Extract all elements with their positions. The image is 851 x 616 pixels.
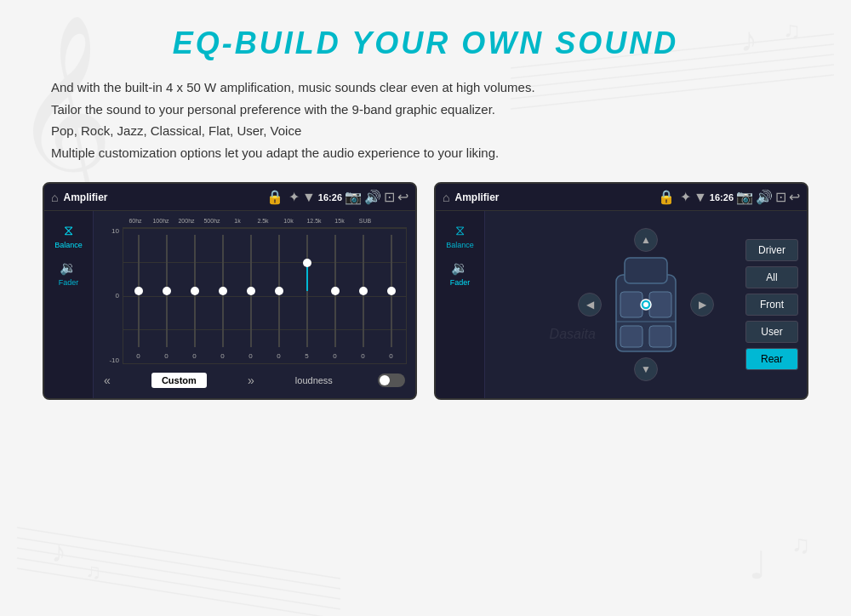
eq-slider-col[interactable]: 0 bbox=[157, 231, 176, 360]
slider-knob bbox=[191, 287, 199, 295]
slider-value-label: 0 bbox=[389, 352, 392, 360]
all-button[interactable]: All bbox=[745, 266, 798, 288]
slider-knob bbox=[134, 287, 143, 295]
svg-point-24 bbox=[643, 302, 648, 307]
expand-icon-spk: ⊡ bbox=[775, 189, 786, 205]
slider-knob bbox=[387, 287, 396, 295]
description-block: And with the built-in 4 x 50 W amplifica… bbox=[0, 77, 851, 163]
slider-knob bbox=[219, 287, 227, 295]
slider-track bbox=[363, 235, 364, 347]
spk-sidebar: ⧖ Balance 🔉 Fader bbox=[436, 211, 485, 398]
speaker-buttons-panel: Driver All Front User Rear bbox=[745, 239, 798, 370]
svg-text:♪: ♪ bbox=[51, 534, 66, 568]
eq-icon-item[interactable]: ⧖ Balance bbox=[51, 220, 86, 253]
slider-track bbox=[391, 235, 392, 347]
slider-knob bbox=[359, 287, 368, 295]
svg-text:♫: ♫ bbox=[791, 530, 811, 558]
eq-sidebar: ⧖ Balance 🔉 Fader bbox=[44, 211, 94, 398]
nav-left-arrow[interactable]: ◀ bbox=[578, 293, 602, 317]
eq-slider-col[interactable]: 0 bbox=[129, 231, 148, 360]
fader-icon-item[interactable]: 🔉 Fader bbox=[55, 256, 83, 290]
svg-line-9 bbox=[17, 548, 340, 599]
freq-label: 100hz bbox=[149, 218, 173, 224]
next-preset-icon[interactable]: » bbox=[248, 374, 254, 387]
spk-eq-icon-item[interactable]: ⧖ Balance bbox=[443, 220, 477, 253]
page-title: EQ-BUILD YOUR OWN SOUND bbox=[0, 0, 851, 61]
freq-label: 60hz bbox=[123, 218, 147, 224]
bluetooth-icon: ✦ bbox=[288, 189, 300, 205]
freq-label: 200hz bbox=[174, 218, 198, 224]
time-spk: 16:26 bbox=[710, 192, 734, 202]
slider-track bbox=[334, 235, 336, 347]
spk-balance-label: Balance bbox=[446, 241, 474, 249]
expand-icon: ⊡ bbox=[384, 189, 395, 205]
volume-small-icon: 🔉 bbox=[60, 260, 77, 276]
eq-slider-col[interactable]: 0 bbox=[242, 231, 260, 360]
preset-button[interactable]: Custom bbox=[151, 373, 207, 388]
main-heading: EQ-BUILD YOUR OWN SOUND bbox=[0, 26, 851, 61]
freq-label: 1k bbox=[226, 218, 249, 224]
eq-slider-col[interactable]: 0 bbox=[354, 231, 373, 360]
home-icon[interactable]: ⌂ bbox=[51, 191, 58, 204]
eq-bottom-bar: « Custom » loudness bbox=[102, 369, 407, 391]
user-button[interactable]: User bbox=[745, 321, 798, 343]
front-button[interactable]: Front bbox=[745, 294, 798, 316]
wifi-icon-spk: ▼ bbox=[694, 190, 707, 205]
toggle-knob bbox=[380, 375, 390, 385]
slider-knob bbox=[163, 287, 171, 295]
eq-slider-col[interactable]: 5 bbox=[298, 231, 317, 360]
slider-track bbox=[222, 235, 224, 347]
slider-value-label: 0 bbox=[277, 352, 280, 360]
slider-knob bbox=[303, 259, 311, 267]
spk-vol-icon: 🔉 bbox=[451, 260, 468, 276]
freq-label: 2.5k bbox=[251, 218, 275, 224]
eq-slider-col[interactable]: 0 bbox=[186, 231, 204, 360]
slider-value-label: 0 bbox=[220, 352, 224, 360]
slider-track bbox=[306, 235, 308, 347]
freq-label: 500hz bbox=[200, 218, 224, 224]
slider-track bbox=[194, 235, 196, 347]
car-svg bbox=[608, 249, 684, 360]
svg-line-11 bbox=[17, 568, 340, 616]
slider-value-label: 0 bbox=[333, 352, 336, 360]
eq-slider-col[interactable]: 0 bbox=[270, 231, 288, 360]
fader-label: Fader bbox=[59, 278, 79, 287]
svg-rect-19 bbox=[620, 292, 643, 317]
eq-slider-col[interactable]: 0 bbox=[382, 231, 401, 360]
back-icon[interactable]: ↩ bbox=[397, 189, 408, 205]
volume-icon: 🔊 bbox=[364, 189, 381, 205]
equalizer-icon: ⧖ bbox=[64, 223, 73, 238]
eq-screen: ⌂ Amplifier 🔒 ✦ ▼ 16:26 📷 🔊 ⊡ ↩ ⧖ Balanc… bbox=[43, 182, 417, 400]
svg-rect-21 bbox=[620, 326, 643, 347]
loudness-toggle[interactable] bbox=[378, 374, 405, 387]
volume-icon-spk: 🔊 bbox=[756, 189, 773, 205]
eq-slider-col[interactable]: 0 bbox=[326, 231, 345, 360]
eq-slider-col[interactable]: 0 bbox=[214, 231, 232, 360]
bluetooth-icon-spk: ✦ bbox=[680, 189, 691, 205]
loudness-label: loudness bbox=[295, 375, 333, 385]
eq-screen-body: ⧖ Balance 🔉 Fader 60hz100hz200hz500hz1k2… bbox=[44, 211, 415, 398]
spk-fader-icon-item[interactable]: 🔉 Fader bbox=[447, 256, 474, 290]
desc-line3: Pop, Rock, Jazz, Classical, Flat, User, … bbox=[51, 120, 800, 142]
rear-button[interactable]: Rear bbox=[745, 348, 798, 370]
slider-value-label: 0 bbox=[361, 352, 364, 360]
camera-icon-spk: 📷 bbox=[736, 189, 753, 205]
nav-right-arrow[interactable]: ▶ bbox=[690, 293, 714, 317]
svg-rect-22 bbox=[649, 326, 671, 347]
spk-main-area: ▲ ▼ ◀ ▶ bbox=[485, 211, 807, 398]
freq-label: SUB bbox=[353, 218, 377, 224]
speaker-screen: ⌂ Amplifier 🔒 ✦ ▼ 16:26 📷 🔊 ⊡ ↩ ⧖ Balanc… bbox=[434, 182, 808, 400]
desc-line4: Multiple customization options let you a… bbox=[51, 142, 800, 164]
driver-button[interactable]: Driver bbox=[745, 239, 798, 261]
svg-line-10 bbox=[17, 558, 340, 609]
spk-eq-icon: ⧖ bbox=[455, 223, 465, 238]
nav-down-arrow[interactable]: ▼ bbox=[634, 357, 658, 381]
amplifier-title-spk: Amplifier bbox=[454, 191, 653, 203]
desc-line2: Tailor the sound to your personal prefer… bbox=[51, 99, 800, 121]
slider-value-label: 5 bbox=[305, 352, 308, 360]
back-icon-spk[interactable]: ↩ bbox=[789, 189, 800, 205]
nav-up-arrow[interactable]: ▲ bbox=[634, 228, 658, 252]
prev-preset-icon[interactable]: « bbox=[104, 374, 111, 387]
slider-knob bbox=[275, 287, 283, 295]
home-icon-spk[interactable]: ⌂ bbox=[443, 191, 449, 204]
